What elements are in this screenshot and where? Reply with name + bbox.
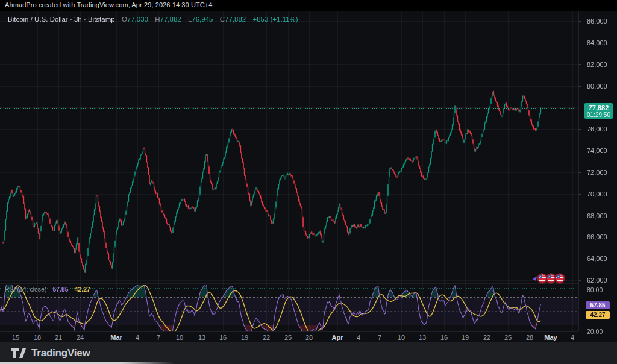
price-axis-label: 76,000 <box>587 125 607 133</box>
bar-countdown: 01:29:50 <box>587 111 610 118</box>
time-axis-tick: 16 <box>219 334 227 341</box>
time-axis-tick: 10 <box>176 334 183 341</box>
time-axis-tick: 15 <box>12 334 19 341</box>
time-axis-tick: 18 <box>34 334 41 341</box>
time-axis-tick: 4 <box>357 334 360 341</box>
time-axis-tick: 21 <box>55 334 62 341</box>
time-axis-tick: 4 <box>571 334 574 341</box>
price-axis-label: 66,000 <box>587 233 607 240</box>
attribution-bar: AhmadPro created with TradingView.com, A… <box>0 0 617 11</box>
flag-sticker-icons[interactable] <box>532 271 567 286</box>
price-chart-canvas[interactable] <box>0 0 617 331</box>
price-axis-label: 72,000 <box>587 169 607 176</box>
rsi-axis-top: 80.00 <box>587 286 603 293</box>
time-axis-tick: 25 <box>504 334 512 341</box>
bottom-brand-bar: TradingView <box>0 342 617 364</box>
rsi-legend: RSI (14, close) 57.85 42.27 <box>5 286 90 293</box>
tradingview-wordmark[interactable]: TradingView <box>31 347 90 359</box>
price-axis-label: 82,000 <box>587 61 607 68</box>
attribution-text: AhmadPro created with TradingView.com, A… <box>5 1 213 8</box>
rsi-ma-value: 42.27 <box>75 286 90 293</box>
last-price-value: 77,882 <box>589 104 609 111</box>
time-axis-tick: 7 <box>378 334 381 341</box>
time-axis-tick: 22 <box>483 334 490 341</box>
time-axis-tick: 19 <box>462 334 469 341</box>
ohlc-open-value: 77,030 <box>127 16 148 23</box>
ohlc-low-value: 76,945 <box>192 16 213 23</box>
price-axis-label: 80,000 <box>587 83 607 90</box>
last-price-label: 77,882 01:29:50 <box>584 103 613 119</box>
rsi-ma-axis-label: 42.27 <box>586 311 610 319</box>
time-axis-tick: Apr <box>332 334 343 341</box>
sticker-cursor-arrow <box>533 277 537 281</box>
price-axis-label: 86,000 <box>587 17 607 25</box>
price-axis-label: 74,000 <box>587 147 607 154</box>
symbol-legend: Bitcoin / U.S. Dollar · 3h · Bitstamp O7… <box>8 16 298 23</box>
time-axis-tick: 16 <box>440 334 448 341</box>
us-flag-icon <box>537 274 547 283</box>
us-flag-icon <box>547 274 556 283</box>
ohlc-close-value: 77,882 <box>225 16 246 23</box>
price-axis-label: 68,000 <box>587 212 607 219</box>
time-axis-tick: 7 <box>157 334 160 341</box>
time-axis[interactable]: 15182124Mar4710131619222528Apr4710131619… <box>0 331 578 342</box>
rsi-value-axis-label: 57.85 <box>586 301 610 309</box>
rsi-axis-bottom: 20.00 <box>587 328 603 335</box>
price-axis-label: 84,000 <box>587 39 607 46</box>
us-flag-icon <box>555 274 565 283</box>
time-axis-tick: 10 <box>398 334 405 341</box>
ohlc-open-key: O <box>122 16 127 23</box>
time-axis-tick: 19 <box>241 334 248 341</box>
tradingview-chart-screenshot: AhmadPro created with TradingView.com, A… <box>0 0 617 364</box>
price-axis-label: 64,000 <box>587 255 607 262</box>
time-axis-tick: 25 <box>284 334 292 341</box>
time-axis-tick: May <box>544 334 557 341</box>
rsi-legend-title[interactable]: RSI (14, close) <box>5 286 46 293</box>
price-axis[interactable]: 77,882 01:29:50 80.00 20.00 57.85 42.27 … <box>578 11 617 331</box>
ohlc-high-key: H <box>155 16 160 23</box>
time-axis-tick: 28 <box>526 334 533 341</box>
time-axis-tick: 4 <box>136 334 139 341</box>
ohlc-high-value: 77,882 <box>160 16 181 23</box>
price-axis-label: 62,000 <box>587 277 607 284</box>
time-axis-tick: 28 <box>305 334 313 341</box>
rsi-value: 57.85 <box>52 286 68 293</box>
price-axis-label: 70,000 <box>587 190 607 198</box>
change-value: +853 (+1.11%) <box>252 16 298 23</box>
symbol-title[interactable]: Bitcoin / U.S. Dollar · 3h · Bitstamp <box>8 16 115 23</box>
time-axis-tick: 24 <box>77 334 84 341</box>
time-axis-tick: 22 <box>263 334 270 341</box>
tradingview-logo[interactable] <box>11 348 27 359</box>
time-axis-tick: 13 <box>198 334 205 341</box>
time-axis-tick: Mar <box>110 334 122 341</box>
ohlc-close-key: C <box>220 16 225 23</box>
time-axis-tick: 13 <box>419 334 426 341</box>
